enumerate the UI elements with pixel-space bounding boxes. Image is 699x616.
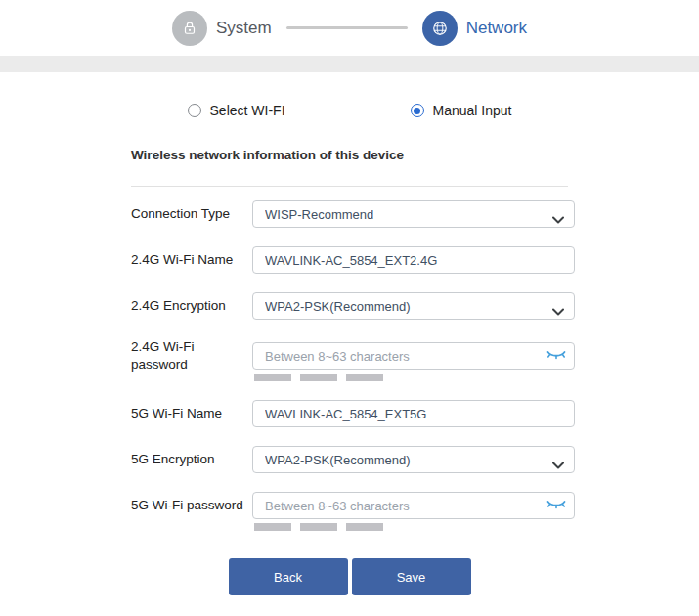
section-heading: Wireless network information of this dev… — [131, 148, 568, 162]
wifi5-name-label: 5G Wi-Fi Name — [131, 405, 252, 422]
eye-closed-icon[interactable] — [546, 500, 566, 510]
step-connector-line — [286, 26, 408, 29]
form-actions: Back Save — [131, 558, 568, 595]
wifi24-encryption-row: 2.4G Encryption WPA2-PSK(Recommend) — [131, 292, 568, 320]
password-strength-meter — [254, 523, 383, 531]
wifi24-encryption-select[interactable]: WPA2-PSK(Recommend) — [252, 292, 575, 320]
radio-manual-input-label: Manual Input — [433, 103, 512, 118]
wifi24-password-row: 2.4G Wi-Fi password — [131, 338, 568, 374]
setup-steps-header: System Network — [0, 0, 699, 56]
wifi5-encryption-row: 5G Encryption WPA2-PSK(Recommend) — [131, 446, 568, 473]
wifi5-encryption-select[interactable]: WPA2-PSK(Recommend) — [252, 446, 575, 473]
section-divider — [131, 186, 568, 187]
step-network-label: Network — [466, 19, 527, 38]
lock-icon — [172, 11, 207, 46]
wifi5-name-input[interactable] — [252, 400, 575, 427]
connection-type-select-wrap: WISP-Recommend — [252, 200, 575, 228]
wifi5-password-input[interactable] — [252, 492, 575, 519]
wifi-mode-radio-row: Select WI-FI Manual Input — [0, 103, 699, 118]
wifi24-encryption-label: 2.4G Encryption — [131, 297, 252, 315]
wifi24-name-label: 2.4G Wi-Fi Name — [131, 251, 252, 269]
step-system: System — [172, 11, 272, 46]
radio-manual-input-control[interactable] — [411, 104, 424, 117]
radio-select-wifi[interactable]: Select WI-FI — [188, 103, 285, 118]
wifi24-password-input[interactable] — [252, 342, 575, 370]
step-network: Network — [422, 11, 527, 46]
back-button[interactable]: Back — [229, 558, 348, 595]
wifi5-password-row: 5G Wi-Fi password — [131, 492, 568, 519]
wifi24-password-label: 2.4G Wi-Fi password — [131, 338, 252, 374]
connection-type-select[interactable]: WISP-Recommend — [252, 200, 575, 228]
globe-icon — [422, 11, 458, 46]
wifi5-encryption-select-wrap: WPA2-PSK(Recommend) — [252, 446, 575, 473]
wifi24-encryption-select-wrap: WPA2-PSK(Recommend) — [252, 292, 575, 320]
radio-select-wifi-control[interactable] — [188, 104, 201, 117]
radio-select-wifi-label: Select WI-FI — [210, 103, 285, 118]
wifi24-name-input[interactable] — [252, 246, 575, 274]
wifi24-name-row: 2.4G Wi-Fi Name — [131, 246, 568, 274]
connection-type-label: Connection Type — [131, 205, 252, 223]
wifi5-encryption-label: 5G Encryption — [131, 451, 252, 468]
radio-manual-input[interactable]: Manual Input — [411, 103, 512, 118]
eye-closed-icon[interactable] — [546, 350, 566, 361]
wifi5-password-label: 5G Wi-Fi password — [131, 497, 252, 514]
wifi5-name-row: 5G Wi-Fi Name — [131, 400, 568, 427]
password-strength-meter — [254, 374, 383, 381]
wireless-settings-form: Connection Type WISP-Recommend 2.4G Wi-F… — [131, 200, 568, 519]
header-divider-band — [0, 56, 699, 72]
step-system-label: System — [216, 19, 272, 38]
connection-type-row: Connection Type WISP-Recommend — [131, 200, 568, 228]
save-button[interactable]: Save — [352, 558, 471, 595]
